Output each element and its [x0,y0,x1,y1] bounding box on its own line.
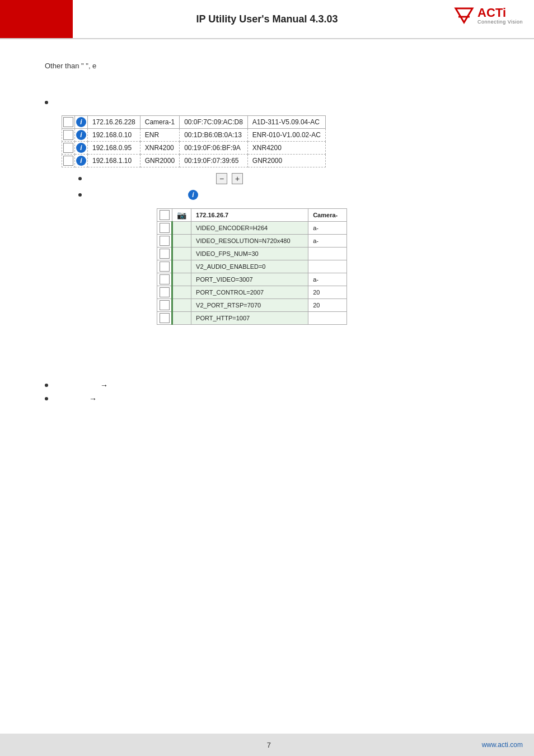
arrow-symbol-2: → [89,394,97,403]
row-mac: 00:1D:B6:0B:0A:13 [180,129,248,142]
footer-url[interactable]: www.acti.com [482,741,523,749]
info-icon[interactable]: i [76,143,86,153]
plus-button[interactable]: + [232,173,243,184]
bullet-dot-5 [45,397,48,400]
detail-row-indent [172,273,191,286]
row-checkbox-cell[interactable] [62,129,75,142]
detail-row-value: PORT_VIDEO=3007 [191,273,308,286]
row-model: ENR-010-V1.00.02-AC [247,129,325,142]
page-title: IP Utility User's Manual 4.3.03 [196,13,338,25]
row-name: Camera-1 [140,116,179,129]
detail-row-extra: a- [308,235,347,248]
detail-row-value: VIDEO_ENCODER=H264 [191,222,308,235]
checkbox[interactable] [63,130,73,140]
detail-row-checkbox[interactable] [160,262,170,272]
detail-row-value: V2_PORT_RTSP=7070 [191,299,308,312]
bullet-dot-2 [78,177,82,180]
detail-table-wrapper: 📷172.16.26.7Camera-VIDEO_ENCODER=H264a-V… [157,208,489,325]
bullet-item-1 [45,98,489,104]
detail-row-value: VIDEO_RESOLUTION=N720x480 [191,235,308,248]
detail-header-icon: 📷 [172,209,191,222]
footer-page-number: 7 [56,741,482,749]
detail-data-row: PORT_VIDEO=3007a- [157,273,347,286]
row-icon-cell: i [75,155,88,167]
row-checkbox-cell[interactable] [62,116,75,129]
detail-row-extra [308,312,347,325]
camera-icon: 📷 [177,211,186,220]
arrow-symbol-1: → [100,381,108,390]
detail-data-row: VIDEO_FPS_NUM=30 [157,248,347,260]
checkbox[interactable] [63,156,73,166]
page-footer: 7 www.acti.com [0,734,534,756]
minus-button[interactable]: − [216,173,227,184]
detail-row-checkbox[interactable] [160,313,170,323]
device-table-row: i192.168.0.95XNR420000:19:0F:06:BF:9AXNR… [62,142,326,155]
detail-table: 📷172.16.26.7Camera-VIDEO_ENCODER=H264a-V… [157,208,347,325]
detail-header-ip: 172.16.26.7 [191,209,308,222]
arrow-item-1: → [45,381,489,390]
logo-text-area: ACTi Connecting Vision [477,7,523,25]
detail-row-extra [308,260,347,273]
detail-row-extra: a- [308,273,347,286]
info-icon[interactable]: i [188,190,198,200]
detail-row-indent [172,222,191,235]
detail-row-indent [172,235,191,248]
detail-row-checkbox[interactable] [160,300,170,310]
logo-acti-text: ACTi [477,7,523,19]
detail-data-row: V2_PORT_RTSP=707020 [157,299,347,312]
detail-row-extra: 20 [308,286,347,299]
intro-text: Other than " ", e [45,62,489,70]
detail-row-indent [172,312,191,325]
arrow-item-2: → [45,394,489,403]
row-mac: 00:19:0F:07:39:65 [180,155,248,167]
detail-row-checkbox[interactable] [160,236,170,246]
detail-row-extra: a- [308,222,347,235]
row-ip: 192.168.0.10 [88,129,140,142]
row-ip: 172.16.26.228 [88,116,140,129]
device-table-row: i192.168.1.10GNR200000:19:0F:07:39:65GNR… [62,155,326,167]
checkbox[interactable] [63,117,73,127]
detail-row-indent [172,286,191,299]
row-model: A1D-311-V5.09.04-AC [247,116,325,129]
device-table: i172.16.26.228Camera-100:0F:7C:09:AC:D8A… [62,115,326,167]
main-content: Other than " ", e i172.16.26.228Camera-1… [0,39,534,419]
action-row: − + [78,173,489,184]
detail-row-value: V2_AUDIO_ENABLED=0 [191,260,308,273]
logo-area: ACTi Connecting Vision [453,6,523,25]
row-checkbox-cell[interactable] [62,155,75,167]
svg-marker-0 [456,8,472,22]
checkbox[interactable] [63,143,73,153]
detail-row-value: PORT_CONTROL=2007 [191,286,308,299]
row-ip: 192.168.1.10 [88,155,140,167]
detail-row-value: VIDEO_FPS_NUM=30 [191,248,308,260]
info-icon[interactable]: i [76,156,86,166]
row-name: ENR [140,129,179,142]
row-mac: 00:0F:7C:09:AC:D8 [180,116,248,129]
row-name: XNR4200 [140,142,179,155]
row-name: GNR2000 [140,155,179,167]
detail-row-value: PORT_HTTP=1007 [191,312,308,325]
device-table-row: i172.16.26.228Camera-100:0F:7C:09:AC:D8A… [62,116,326,129]
bullet-item-2: i [78,190,489,200]
detail-row-indent [172,299,191,312]
detail-header-name: Camera- [308,209,347,222]
row-icon-cell: i [75,129,88,142]
row-model: XNR4200 [247,142,325,155]
info-icon[interactable]: i [76,117,86,127]
detail-row-checkbox[interactable] [160,274,170,284]
detail-row-extra [308,248,347,260]
detail-row-checkbox[interactable] [160,223,170,233]
detail-data-row: VIDEO_ENCODER=H264a- [157,222,347,235]
info-icon[interactable]: i [76,130,86,140]
detail-row-extra: 20 [308,299,347,312]
detail-row-indent [172,260,191,273]
detail-data-row: VIDEO_RESOLUTION=N720x480a- [157,235,347,248]
bullet-section-1 [45,98,489,104]
detail-row-checkbox[interactable] [160,249,170,259]
row-ip: 192.168.0.95 [88,142,140,155]
detail-row-checkbox[interactable] [160,287,170,297]
detail-row-indent [172,248,191,260]
detail-checkbox[interactable] [160,210,170,220]
detail-header-row: 📷172.16.26.7Camera- [157,209,347,222]
row-checkbox-cell[interactable] [62,142,75,155]
